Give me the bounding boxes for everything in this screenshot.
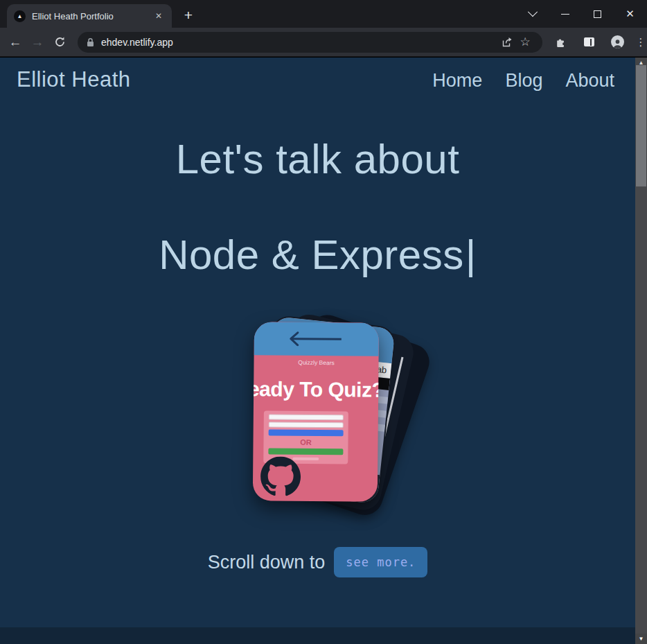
- tab-favicon-icon: ▲: [14, 10, 26, 22]
- share-button[interactable]: [498, 33, 516, 51]
- forward-button[interactable]: →: [26, 31, 48, 53]
- url-text[interactable]: ehdev.netlify.app: [101, 37, 498, 48]
- side-panel-icon: [584, 37, 594, 46]
- profile-button[interactable]: [606, 31, 628, 53]
- browser-tab[interactable]: ▲ Elliot Heath Portfolio ✕: [7, 4, 172, 28]
- next-section-strip: [0, 627, 635, 644]
- back-arrow-icon: [285, 331, 348, 347]
- new-tab-button[interactable]: +: [179, 6, 198, 25]
- quiz-headline: eady To Quiz?: [253, 377, 379, 402]
- scroll-hint-text: Scroll down to: [208, 552, 326, 573]
- page-scrollbar[interactable]: ▲ ▼: [635, 58, 647, 644]
- quiz-app-screenshot: Quizzly Bears eady To Quiz? OR: [253, 322, 379, 502]
- quiz-join-button: [269, 429, 344, 436]
- see-more-button[interactable]: see more.: [334, 547, 427, 577]
- scroll-down-icon[interactable]: ▼: [635, 634, 647, 644]
- extensions-button[interactable]: [549, 31, 571, 53]
- hero-line1: Let's talk about: [0, 135, 635, 183]
- lock-icon[interactable]: [86, 37, 95, 47]
- window-controls: ✕: [526, 0, 647, 28]
- quiz-or-divider: OR: [268, 437, 343, 446]
- scrollbar-track[interactable]: [635, 186, 647, 634]
- hero-line2-text: Node & Express: [159, 232, 464, 278]
- github-icon: [260, 456, 301, 497]
- profile-avatar-icon: [611, 35, 624, 49]
- maximize-button[interactable]: [592, 8, 603, 20]
- site-brand[interactable]: Elliot Heath: [17, 67, 131, 92]
- site-header: Elliot Heath Home Blog About: [0, 58, 635, 106]
- quiz-input-field: [269, 421, 344, 428]
- tab-close-icon[interactable]: ✕: [152, 10, 165, 22]
- share-icon: [502, 37, 513, 48]
- refresh-button[interactable]: [48, 31, 71, 53]
- side-panel-button[interactable]: [578, 31, 600, 53]
- scroll-hint-row: Scroll down to see more.: [0, 547, 635, 577]
- project-image: ab Quizzly Bears eady To Quiz?: [251, 318, 431, 516]
- puzzle-icon: [555, 36, 567, 48]
- tab-strip: ▲ Elliot Heath Portfolio ✕ + ✕: [0, 0, 647, 28]
- menu-kebab-icon[interactable]: ⋮: [635, 31, 647, 53]
- site-nav: Home Blog About: [432, 70, 614, 92]
- scrollbar-thumb[interactable]: [636, 65, 646, 186]
- quiz-app-header: [254, 322, 379, 356]
- toolbar-right-icons: ⋮: [549, 31, 647, 53]
- browser-toolbar: ← → ehdev.netlify.app ☆: [0, 28, 647, 57]
- minimize-button[interactable]: [559, 8, 571, 20]
- quiz-input-field: [269, 414, 344, 420]
- nav-link-blog[interactable]: Blog: [505, 70, 542, 92]
- page-content: Elliot Heath Home Blog About Let's talk …: [0, 58, 635, 644]
- refresh-icon: [54, 36, 66, 48]
- bookmark-star-icon[interactable]: ☆: [516, 33, 534, 51]
- nav-link-home[interactable]: Home: [432, 70, 482, 92]
- quiz-app-body: Quizzly Bears eady To Quiz? OR: [253, 355, 379, 502]
- address-bar[interactable]: ehdev.netlify.app ☆: [78, 32, 542, 53]
- hero-line2: Node & Express|: [0, 231, 635, 279]
- chevron-down-icon[interactable]: [526, 8, 538, 20]
- nav-link-about[interactable]: About: [565, 70, 614, 92]
- back-button[interactable]: ←: [4, 31, 26, 53]
- typing-cursor: |: [466, 232, 477, 278]
- quiz-app-name: Quizzly Bears: [254, 358, 378, 367]
- close-button[interactable]: ✕: [624, 8, 636, 20]
- tab-title: Elliot Heath Portfolio: [32, 11, 146, 21]
- quiz-create-button: [268, 448, 343, 455]
